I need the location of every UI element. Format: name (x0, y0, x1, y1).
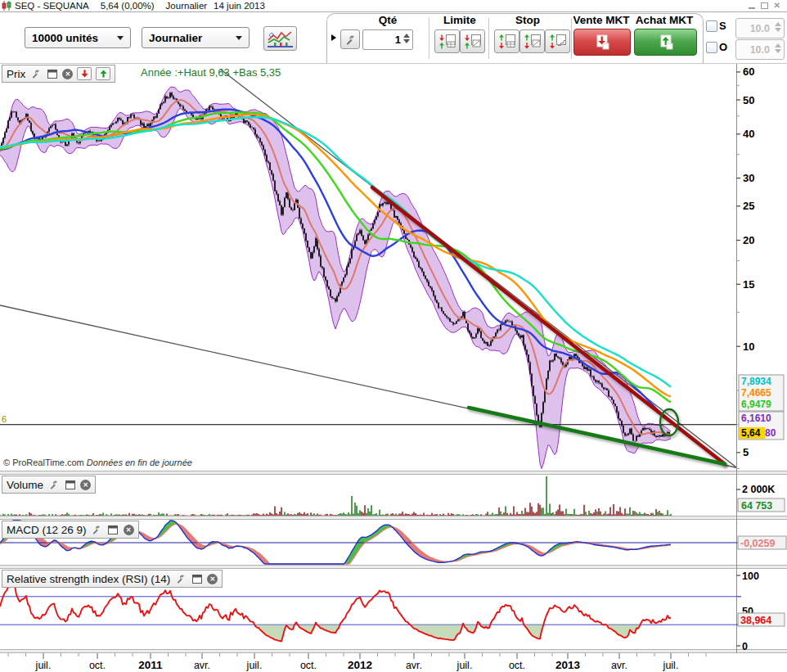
svg-text:20: 20 (743, 234, 754, 246)
rsi-panel-title: Relative strength index (RSI) (14) (7, 573, 170, 585)
buy-arrow-button[interactable] (96, 67, 110, 80)
svg-text:juil.: juil. (35, 660, 52, 671)
svg-text:oct.: oct. (89, 660, 106, 671)
wrench-icon (345, 34, 356, 45)
rsi-panel-header: Relative strength index (RSI) (14) (2, 570, 223, 588)
timeframe-dropdown-value: Journalier (149, 32, 202, 44)
window-icon[interactable] (64, 479, 76, 490)
toolbar: 10000 unités Journalier (0, 12, 787, 64)
svg-text:6: 6 (2, 414, 7, 424)
svg-text:7,4665: 7,4665 (741, 387, 771, 399)
quantity-input[interactable] (363, 30, 402, 49)
timeframe-text: Journalier (166, 1, 208, 11)
s-value-stepper (735, 18, 785, 38)
quantity-label: Qté (379, 14, 398, 26)
svg-text:oct.: oct. (300, 660, 317, 671)
stop-order-diag-button[interactable] (519, 29, 545, 53)
volume-panel-header: Volume (2, 476, 96, 494)
price-panel-title: Prix (7, 68, 25, 80)
svg-text:juil.: juil. (663, 660, 679, 671)
svg-text:avr.: avr. (611, 660, 627, 671)
svg-text:2013: 2013 (555, 659, 581, 671)
close-icon[interactable] (62, 69, 73, 79)
symbol-name: SEQ - SEQUANA (15, 1, 89, 11)
date-text: 14 juin 2013 (214, 1, 265, 11)
svg-text:50: 50 (743, 94, 754, 106)
limit-label: Limite (443, 14, 476, 26)
wrench-icon[interactable] (47, 479, 60, 490)
svg-text:-0,0259: -0,0259 (740, 538, 775, 549)
close-icon[interactable] (207, 574, 218, 584)
copyright-text: © ProRealTime.com (3, 458, 87, 467)
svg-text:25: 25 (743, 200, 754, 212)
copyright-note: © ProRealTime.com Données en fin de jour… (3, 458, 192, 467)
macd-panel-header: MACD (12 26 9) (2, 521, 139, 539)
wrench-icon[interactable] (174, 573, 187, 584)
window-icon[interactable] (191, 573, 203, 584)
svg-text:0: 0 (742, 641, 748, 652)
end-of-day-note: Données en fin de journée (87, 458, 192, 467)
wrench-icon[interactable] (91, 524, 103, 535)
window-icon[interactable] (46, 68, 58, 79)
last-price-change: 5,64 (0,00%) (101, 1, 155, 11)
window-close-icon[interactable] (774, 2, 780, 10)
s-label: S (719, 20, 726, 32)
trading-app-window: 6605040302520151057,89347,46656,94796,16… (0, 0, 787, 672)
buy-market-button[interactable] (634, 29, 697, 56)
maximize-icon[interactable] (761, 2, 768, 9)
close-icon[interactable] (80, 480, 91, 490)
close-icon[interactable] (124, 525, 134, 535)
chart-type-icon (268, 29, 293, 47)
svg-text:juil.: juil. (246, 660, 263, 671)
limit-order-icon (438, 34, 456, 50)
quantity-spin-arrows[interactable] (403, 34, 410, 43)
volume-panel-title: Volume (7, 479, 43, 491)
objective-o-checkbox[interactable] (706, 42, 717, 53)
s-spin-arrows[interactable] (775, 22, 781, 32)
candlestick-icon (2, 1, 12, 11)
limit-sell-buy-order-button[interactable] (434, 29, 460, 53)
stop-label: Stop (515, 14, 540, 26)
o-value-stepper (735, 39, 785, 60)
units-dropdown[interactable]: 10000 unités (25, 27, 131, 48)
yearly-high-low-annotation: Année :+Haut 9,63 +Bas 5,35 (141, 66, 281, 79)
quantity-stepper (362, 29, 413, 50)
wrench-icon[interactable] (29, 68, 42, 79)
chevron-down-icon (236, 36, 242, 40)
svg-text:5,64: 5,64 (741, 427, 761, 439)
svg-text:40: 40 (743, 128, 754, 140)
stop-s-checkbox[interactable] (706, 20, 717, 32)
stop-trailing-button[interactable] (545, 29, 570, 53)
svg-text:6,1610: 6,1610 (741, 413, 771, 424)
macd-panel-title: MACD (12 26 9) (7, 524, 87, 536)
svg-text:avr.: avr. (406, 660, 422, 671)
sell-arrow-button[interactable] (77, 67, 92, 80)
divider (571, 18, 572, 59)
o-spin-arrows[interactable] (775, 43, 781, 53)
window-icon[interactable] (107, 524, 119, 535)
svg-text:15: 15 (743, 278, 754, 291)
collapse-arrow-icon[interactable] (331, 34, 336, 41)
svg-text:7,8934: 7,8934 (741, 376, 771, 387)
svg-text:30: 30 (743, 172, 754, 184)
s-value-input[interactable] (737, 20, 771, 37)
settings-wrench-button[interactable] (340, 29, 360, 49)
buy-market-label: Achat MKT (636, 14, 694, 26)
sell-market-button[interactable] (573, 29, 631, 56)
stop-order-button[interactable] (494, 29, 519, 53)
limit-order-chart-button[interactable] (460, 29, 485, 53)
limit-order-diag-icon (464, 34, 482, 50)
chart-type-button[interactable] (263, 26, 297, 51)
minimize-icon[interactable] (749, 7, 755, 9)
sell-market-label: Vente MKT (573, 14, 629, 26)
svg-text:100: 100 (742, 571, 759, 582)
stop-order-icon (498, 34, 516, 50)
timeframe-dropdown[interactable]: Journalier (142, 27, 250, 48)
svg-text:64 753: 64 753 (741, 500, 772, 512)
chevron-down-icon (117, 36, 124, 40)
buy-page-up-icon (655, 34, 677, 51)
divider (488, 18, 489, 59)
svg-text:6,9479: 6,9479 (741, 399, 771, 410)
svg-text:2012: 2012 (348, 659, 372, 671)
o-value-input[interactable] (737, 41, 771, 58)
